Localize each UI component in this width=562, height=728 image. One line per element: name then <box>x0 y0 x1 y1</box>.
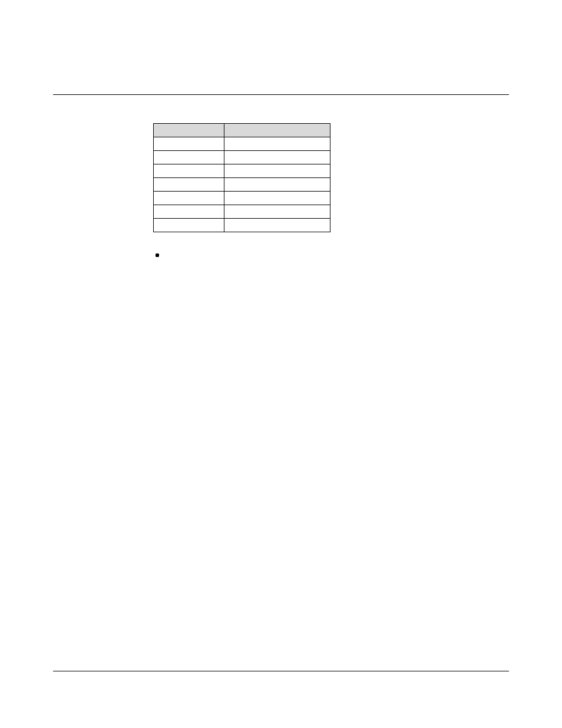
table-cell <box>154 151 224 164</box>
table-header-cell <box>154 124 224 137</box>
table-cell <box>224 192 330 205</box>
table-cell <box>154 205 224 219</box>
table-row <box>154 192 330 205</box>
table-cell <box>154 164 224 178</box>
table-row <box>154 151 330 164</box>
data-table <box>153 123 330 232</box>
footer-rule <box>53 671 509 672</box>
page <box>0 0 562 728</box>
page-header <box>53 71 509 95</box>
table-cell <box>154 137 224 151</box>
table-cell <box>154 178 224 192</box>
table-cell <box>224 151 330 164</box>
table-row <box>154 164 330 178</box>
table-row <box>154 178 330 192</box>
table-row <box>154 205 330 219</box>
table-cell <box>154 219 224 232</box>
table-cell <box>224 137 330 151</box>
table-cell <box>224 219 330 232</box>
table-container <box>153 123 503 232</box>
table-row <box>154 219 330 232</box>
table-row <box>154 137 330 151</box>
table-header-cell <box>224 124 330 137</box>
table-header-row <box>154 124 330 137</box>
table-cell <box>154 192 224 205</box>
table-cell <box>224 205 330 219</box>
body-column <box>153 123 503 232</box>
table-cell <box>224 178 330 192</box>
table-cell <box>224 164 330 178</box>
